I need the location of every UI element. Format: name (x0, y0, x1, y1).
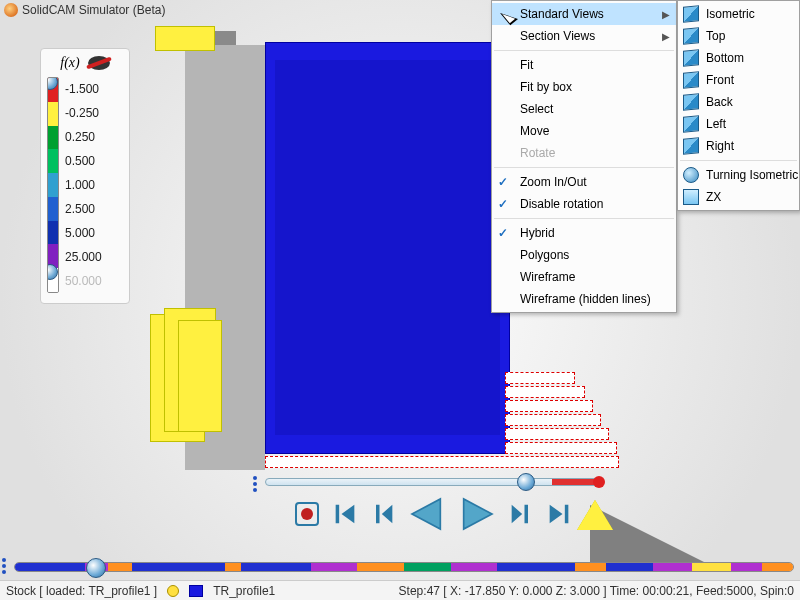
timeline-segment[interactable] (606, 563, 653, 571)
status-chip-icon (167, 585, 179, 597)
view-isometric[interactable]: Isometric (678, 3, 799, 25)
legend-color-bar[interactable] (47, 77, 59, 293)
step-2 (505, 386, 585, 398)
legend-value: 0.250 (65, 125, 123, 149)
operation-timeline[interactable] (14, 562, 794, 572)
menu-item-polygons[interactable]: Polygons (492, 244, 676, 266)
timeline-segment[interactable] (311, 563, 358, 571)
context-menu[interactable]: Standard Views▶Section Views▶FitFit by b… (491, 0, 677, 313)
step-3 (505, 400, 593, 412)
play-forward-button[interactable] (457, 494, 497, 534)
timeline-segment[interactable] (241, 563, 311, 571)
view-turning-isometric[interactable]: Turning Isometric (678, 164, 799, 186)
legend-value: 5.000 (65, 221, 123, 245)
prev-button[interactable] (369, 500, 397, 528)
cube-icon (683, 71, 699, 89)
menu-item-zoom-in-out[interactable]: ✓Zoom In/Out (492, 171, 676, 193)
legend-value: 2.500 (65, 197, 123, 221)
visibility-toggle-icon[interactable] (88, 56, 110, 70)
view-zx[interactable]: ZX (678, 186, 799, 208)
timeline-knob[interactable] (86, 558, 106, 578)
legend-value: 1.000 (65, 173, 123, 197)
fx-label: f(x) (60, 55, 79, 71)
view-front[interactable]: Front (678, 69, 799, 91)
submenu-arrow-icon: ▶ (662, 9, 670, 20)
menu-item-wireframe-hidden-lines-[interactable]: Wireframe (hidden lines) (492, 288, 676, 310)
cube-icon (683, 115, 699, 133)
cube-icon (683, 93, 699, 111)
step-1 (505, 372, 575, 384)
timeline-segment[interactable] (404, 563, 451, 571)
cube-icon (683, 49, 699, 67)
timeline-segment[interactable] (731, 563, 762, 571)
check-icon: ✓ (498, 226, 508, 240)
view-right[interactable]: Right (678, 135, 799, 157)
playback-remaining (552, 479, 599, 485)
view-top[interactable]: Top (678, 25, 799, 47)
app-title: SolidCAM Simulator (Beta) (22, 3, 165, 17)
part-inner (275, 60, 500, 435)
legend-values: -1.500-0.2500.2500.5001.0002.5005.00025.… (59, 77, 123, 293)
timeline-segment[interactable] (451, 563, 498, 571)
view-left[interactable]: Left (678, 113, 799, 135)
timeline-segment[interactable] (653, 563, 692, 571)
timeline-segment[interactable] (357, 563, 404, 571)
cube-icon (683, 5, 699, 23)
menu-item-wireframe[interactable]: Wireframe (492, 266, 676, 288)
menu-item-section-views[interactable]: Section Views▶ (492, 25, 676, 47)
status-stock: Stock [ loaded: TR_profile1 ] (6, 584, 157, 598)
cut-region-1 (155, 26, 215, 51)
view-back[interactable]: Back (678, 91, 799, 113)
status-part-icon (189, 585, 203, 597)
submenu-arrow-icon: ▶ (662, 31, 670, 42)
plane-icon (683, 189, 699, 205)
globe-icon (683, 167, 699, 183)
view-bottom[interactable]: Bottom (678, 47, 799, 69)
next-button[interactable] (507, 500, 535, 528)
menu-item-fit[interactable]: Fit (492, 54, 676, 76)
menu-item-move[interactable]: Move (492, 120, 676, 142)
timeline-segment[interactable] (108, 563, 131, 571)
menu-item-standard-views[interactable]: Standard Views▶ (492, 3, 676, 25)
status-operation: TR_profile1 (213, 584, 275, 598)
timeline-segment[interactable] (132, 563, 225, 571)
menu-item-fit-by-box[interactable]: Fit by box (492, 76, 676, 98)
playback-controls (265, 494, 600, 534)
menu-item-disable-rotation[interactable]: ✓Disable rotation (492, 193, 676, 215)
check-icon: ✓ (498, 175, 508, 189)
legend-value: 25.000 (65, 245, 123, 269)
last-button[interactable] (545, 500, 573, 528)
cube-icon (683, 27, 699, 45)
playback-track[interactable] (265, 478, 600, 486)
menu-item-rotate: Rotate (492, 142, 676, 164)
legend-value: -1.500 (65, 77, 123, 101)
playback-knob[interactable] (517, 473, 535, 491)
color-legend: f(x) -1.500-0.2500.2500.5001.0002.5005.0… (40, 48, 130, 304)
first-button[interactable] (331, 500, 359, 528)
legend-value: 0.500 (65, 149, 123, 173)
playback-options-icon[interactable] (253, 476, 257, 492)
record-button[interactable] (293, 500, 321, 528)
standard-views-submenu[interactable]: IsometricTopBottomFrontBackLeftRightTurn… (677, 0, 800, 211)
timeline-segment[interactable] (15, 563, 85, 571)
timeline-segment[interactable] (497, 563, 575, 571)
play-back-button[interactable] (407, 494, 447, 534)
timeline-segment[interactable] (575, 563, 606, 571)
step-6 (505, 442, 617, 454)
legend-value: -0.250 (65, 101, 123, 125)
legend-value: 50.000 (65, 269, 123, 293)
timeline-segment[interactable] (762, 563, 793, 571)
step-7 (265, 456, 619, 468)
timeline-segment[interactable] (225, 563, 241, 571)
menu-item-select[interactable]: Select (492, 98, 676, 120)
step-4 (505, 414, 601, 426)
check-icon: ✓ (498, 197, 508, 211)
status-info: Step:47 [ X: -17.850 Y: 0.000 Z: 3.000 ]… (399, 584, 794, 598)
timeline-segment[interactable] (692, 563, 731, 571)
menu-item-hybrid[interactable]: ✓Hybrid (492, 222, 676, 244)
app-icon (4, 3, 18, 17)
timeline-options-icon[interactable] (2, 558, 6, 574)
playback-end-marker (593, 476, 605, 488)
status-bar: Stock [ loaded: TR_profile1 ] TR_profile… (0, 580, 800, 600)
cut-region-2c (178, 320, 222, 432)
